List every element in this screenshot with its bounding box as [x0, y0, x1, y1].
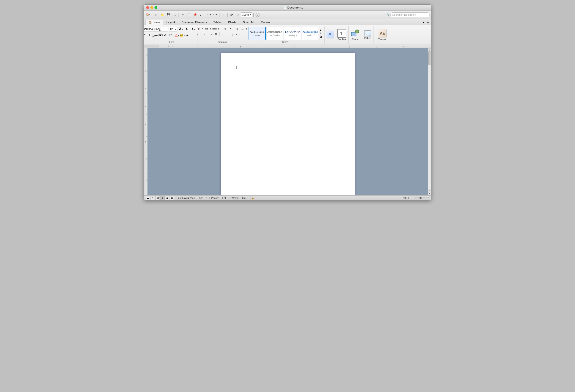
shading-dropdown[interactable]: ▼ — [236, 33, 237, 35]
align-center-button[interactable]: ≡ — [202, 32, 207, 37]
textbox-button[interactable]: T | Text Box — [336, 28, 347, 42]
sort-button[interactable]: ↑↓ — [234, 26, 239, 31]
save-button[interactable]: 💾 — [166, 12, 171, 18]
view-draft-button[interactable]: ☰ — [146, 196, 150, 200]
zoom-thumb[interactable] — [419, 197, 422, 199]
highlight-button[interactable]: ab ▼ — [180, 33, 185, 38]
zoom-track[interactable] — [414, 197, 427, 198]
style-heading-1[interactable]: AaBbCcDd Heading 1 — [284, 27, 301, 40]
tab-review[interactable]: Review — [258, 20, 273, 25]
insert-styles-button[interactable]: A — [325, 30, 335, 40]
scroll-up-button[interactable]: ▲ — [428, 48, 431, 52]
tab-smartart[interactable]: SmartArt — [240, 20, 258, 25]
paste-button[interactable]: 📌 — [192, 12, 198, 18]
ribbon-collapse-up[interactable]: ▲ — [422, 21, 425, 24]
main-toolbar: 🏠 ▼ ⊞ 📁 💾 🖨 ✂ 📋 📌 🖌 ↩ — [144, 11, 431, 19]
undo-button[interactable]: ↩ ▼ — [206, 12, 212, 18]
tab-document-elements[interactable]: Document Elements — [178, 20, 210, 25]
increase-indent-button[interactable]: →¶ — [227, 26, 232, 31]
shape-button[interactable]: Shape — [349, 28, 361, 42]
line-spacing-button[interactable]: ↕ — [220, 32, 226, 37]
scroll-down-button[interactable]: ▼ — [428, 192, 431, 195]
zoom-plus-button[interactable]: + — [428, 197, 429, 199]
tab-home[interactable]: 🏠 Home — [145, 20, 163, 25]
new-button[interactable]: ⊞ — [153, 12, 159, 18]
align-left-button[interactable]: ⟵ — [196, 32, 201, 37]
multilevel-dropdown[interactable]: ▼ — [218, 28, 219, 30]
cut-button[interactable]: ✂ — [180, 12, 186, 18]
search-placeholder: Search in Document — [392, 13, 416, 16]
customize-toolbar-button[interactable]: 🏠 ▼ — [145, 12, 151, 18]
ribbon-group-themes: Aa Themes — [374, 26, 391, 44]
picture-icon — [364, 30, 371, 37]
ribbon-options[interactable]: ⚙ — [426, 21, 430, 24]
styles-scroll-down[interactable]: ▼ — [320, 32, 322, 34]
strikethrough-button[interactable]: ABC — [158, 33, 162, 38]
font-name-select[interactable]: Cambria (Body) ▼ — [144, 27, 168, 31]
superscript-button[interactable]: x2 — [163, 33, 168, 38]
underline-button[interactable]: U — [152, 33, 157, 38]
document-area[interactable] — [147, 48, 428, 195]
redo-button[interactable]: ↪ ▼ — [213, 12, 218, 18]
format-painter-button[interactable]: 🖌 — [198, 12, 204, 18]
style-no-spacing[interactable]: AaBbCcDdEe No Spacing — [266, 27, 283, 40]
view-reading-button[interactable]: ⊟ — [170, 196, 174, 200]
copy-button[interactable]: 📋 — [186, 12, 192, 18]
toolbar-separator-4 — [219, 13, 219, 17]
styles-scroll-up[interactable]: ▲ — [320, 29, 322, 31]
font-aa-format[interactable]: Aa — [185, 33, 190, 38]
numbered-dropdown[interactable]: ▼ — [210, 28, 212, 30]
multilevel-list-button[interactable]: ≡≡≡ — [212, 26, 217, 31]
search-input[interactable]: Search in Document — [390, 12, 430, 17]
themes-button[interactable]: Aa Themes — [377, 28, 388, 42]
scroll-center-button[interactable]: ⊙ — [428, 189, 431, 192]
maximize-button[interactable] — [154, 6, 157, 9]
zoom-control[interactable]: 100% ▼ — [241, 12, 252, 17]
fit-icon: ⤢ — [237, 13, 239, 16]
document-page[interactable] — [221, 53, 355, 195]
help-button[interactable]: ? — [255, 12, 260, 18]
font-shrink-button[interactable]: A ▼ — [185, 27, 191, 31]
document-info-button[interactable]: 🔒 — [251, 196, 254, 200]
bold-button[interactable]: B — [144, 33, 146, 38]
scroll-thumb[interactable] — [429, 52, 431, 65]
view-print-layout-button[interactable]: ⊞ — [160, 196, 165, 200]
view-web-layout-button[interactable]: ≣ — [165, 196, 169, 200]
view-outline-button[interactable]: ≡ — [150, 196, 155, 200]
style-heading-2[interactable]: AaBbCcDdEe Heading 2 — [302, 27, 319, 40]
font-group-label: Font — [169, 41, 173, 43]
font-grow-button[interactable]: A ▲ — [178, 26, 184, 32]
zoom-value-box[interactable]: 100% ▼ — [241, 12, 252, 17]
font-aa-button[interactable]: Aa — [191, 27, 196, 31]
tab-layout[interactable]: Layout — [163, 20, 178, 25]
zoom-minus-button[interactable]: − — [412, 197, 413, 199]
style-normal[interactable]: AaBbCcDdEe Normal — [249, 27, 266, 40]
print-button[interactable]: 🖨 — [172, 12, 177, 18]
justify-button[interactable]: ≣ — [213, 32, 218, 37]
fit-button[interactable]: ⤢ — [235, 12, 240, 18]
style-no-spacing-name: No Spacing — [270, 34, 280, 36]
shading-button[interactable]: ░ — [230, 32, 235, 37]
border-dropdown-button[interactable]: ▭ — [240, 26, 245, 31]
styles-expand[interactable]: ⊞ — [320, 35, 322, 38]
picture-button[interactable]: Picture — [363, 29, 372, 40]
close-button[interactable] — [146, 6, 149, 9]
numbered-list-button[interactable]: ≡≡ — [204, 26, 209, 31]
italic-button[interactable]: I — [147, 33, 152, 38]
tab-tables[interactable]: Tables — [210, 20, 225, 25]
bullet-dropdown[interactable]: ▼ — [202, 28, 204, 30]
subscript-button[interactable]: x2 — [168, 33, 173, 38]
show-formatting-button[interactable]: ¶ — [220, 12, 226, 18]
decrease-indent-button[interactable]: ←¶ — [221, 26, 226, 31]
line-spacing-dropdown[interactable]: ▼ — [226, 33, 228, 35]
font-size-select[interactable]: 12 ▼ — [169, 27, 177, 31]
sidebar-toggle-button[interactable]: ⊞ ▼ — [229, 12, 234, 18]
tab-charts[interactable]: Charts — [225, 20, 240, 25]
bullet-list-button[interactable]: ≡ — [196, 26, 201, 31]
view-notebook-button[interactable]: ▤ — [155, 196, 160, 200]
minimize-button[interactable] — [150, 6, 153, 9]
align-right-button[interactable]: ⟶ — [208, 32, 213, 37]
show-marks-button[interactable]: ↵ — [238, 32, 243, 37]
open-button[interactable]: 📁 — [160, 12, 165, 18]
font-color-button[interactable]: A ▼ — [175, 33, 180, 38]
